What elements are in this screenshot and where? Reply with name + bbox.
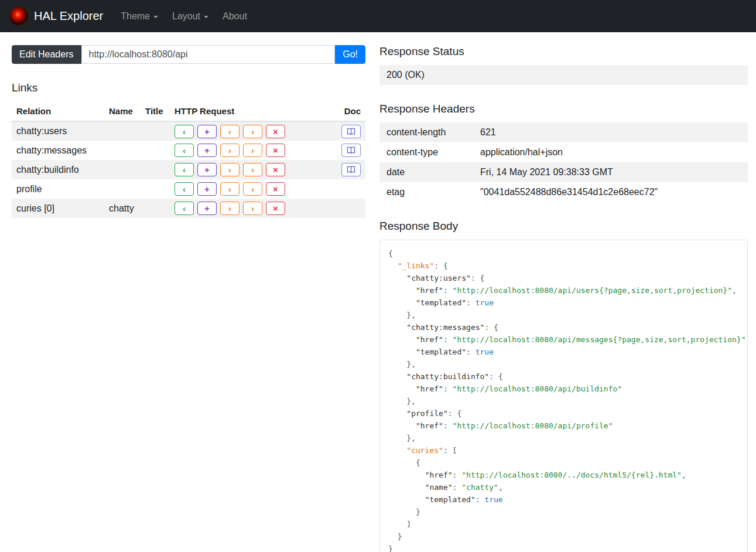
response-header-key: content-length bbox=[379, 122, 473, 142]
link-title bbox=[141, 160, 170, 179]
nav-item-theme[interactable]: Theme bbox=[114, 6, 165, 26]
navbar: HAL Explorer Theme Layout About bbox=[0, 0, 756, 32]
put-request-button[interactable]: › bbox=[220, 144, 240, 157]
patch-request-button[interactable]: › bbox=[243, 125, 262, 138]
response-status-value: 200 (OK) bbox=[379, 65, 748, 85]
link-doc bbox=[337, 141, 365, 160]
get-request-button[interactable]: ‹ bbox=[175, 182, 194, 196]
link-name bbox=[104, 160, 141, 179]
delete-request-button[interactable]: × bbox=[266, 125, 285, 138]
link-relation: curies [0] bbox=[12, 199, 104, 218]
response-header-key: date bbox=[379, 162, 473, 182]
book-icon bbox=[347, 146, 355, 154]
link-request-buttons: ‹+››× bbox=[170, 179, 337, 199]
post-request-button[interactable]: + bbox=[197, 125, 217, 138]
link-row: chatty:messages‹+››× bbox=[12, 141, 365, 160]
go-button[interactable]: Go! bbox=[335, 45, 365, 64]
link-doc bbox=[337, 160, 365, 179]
link-row: curies [0]chatty‹+››× bbox=[12, 199, 365, 218]
column-name: Name bbox=[104, 101, 141, 121]
link-title bbox=[141, 141, 170, 160]
links-table-body: chatty:users‹+››×chatty:messages‹+››×cha… bbox=[12, 121, 365, 218]
post-request-button[interactable]: + bbox=[197, 144, 217, 157]
patch-request-button[interactable]: › bbox=[243, 163, 262, 176]
column-doc: Doc bbox=[337, 101, 365, 121]
doc-button[interactable] bbox=[341, 125, 361, 138]
nav-item-layout[interactable]: Layout bbox=[165, 6, 215, 26]
doc-button[interactable] bbox=[341, 144, 361, 157]
post-request-button[interactable]: + bbox=[197, 202, 217, 215]
link-request-buttons: ‹+››× bbox=[170, 160, 337, 179]
nav-item-about[interactable]: About bbox=[215, 6, 254, 26]
get-request-button[interactable]: ‹ bbox=[175, 144, 194, 157]
link-relation: chatty:users bbox=[12, 121, 104, 141]
link-doc bbox=[337, 199, 365, 218]
links-table-header: Relation Name Title HTTP Request Doc bbox=[12, 101, 365, 121]
links-title: Links bbox=[12, 81, 365, 94]
response-header-value: "0041da552488d86e31454d1c2e68eec72" bbox=[473, 182, 748, 202]
post-request-button[interactable]: + bbox=[197, 163, 217, 176]
link-title bbox=[141, 179, 170, 199]
link-title bbox=[141, 199, 170, 218]
book-icon bbox=[347, 166, 355, 173]
chevron-down-icon bbox=[204, 16, 208, 18]
delete-request-button[interactable]: × bbox=[266, 144, 285, 157]
column-http-request: HTTP Request bbox=[170, 101, 337, 121]
response-body-box: { "_links": { "chatty:users": { "href": … bbox=[379, 240, 748, 552]
link-title bbox=[141, 121, 170, 141]
response-headers-table: content-length621content-typeapplication… bbox=[379, 122, 748, 202]
book-icon bbox=[347, 128, 355, 135]
link-relation: chatty:messages bbox=[12, 141, 104, 160]
get-request-button[interactable]: ‹ bbox=[175, 163, 194, 176]
put-request-button[interactable]: › bbox=[220, 182, 240, 196]
link-row: chatty:users‹+››× bbox=[12, 121, 365, 141]
link-doc bbox=[337, 121, 365, 141]
delete-request-button[interactable]: × bbox=[266, 202, 285, 215]
response-headers-body: content-length621content-typeapplication… bbox=[379, 122, 748, 202]
response-header-value: application/hal+json bbox=[473, 142, 748, 162]
put-request-button[interactable]: › bbox=[220, 163, 240, 176]
link-name bbox=[104, 141, 141, 160]
hal-eye-icon bbox=[9, 7, 28, 26]
link-request-buttons: ‹+››× bbox=[170, 199, 337, 218]
nav-item-theme-label: Theme bbox=[121, 11, 150, 22]
get-request-button[interactable]: ‹ bbox=[175, 125, 194, 138]
column-title: Title bbox=[141, 101, 170, 121]
request-input-group: Edit Headers Go! bbox=[12, 45, 365, 64]
put-request-button[interactable]: › bbox=[220, 202, 240, 215]
url-input[interactable] bbox=[81, 45, 336, 64]
response-panel: Response Status 200 (OK) Response Header… bbox=[379, 45, 748, 552]
delete-request-button[interactable]: × bbox=[266, 182, 285, 196]
response-header-row: content-typeapplication/hal+json bbox=[379, 142, 748, 162]
links-table: Relation Name Title HTTP Request Doc cha… bbox=[12, 101, 365, 218]
link-name bbox=[104, 179, 141, 199]
brand[interactable]: HAL Explorer bbox=[9, 7, 103, 26]
response-header-key: content-type bbox=[379, 142, 473, 162]
response-header-row: dateFri, 14 May 2021 09:38:33 GMT bbox=[379, 162, 748, 182]
put-request-button[interactable]: › bbox=[220, 125, 240, 138]
nav-item-layout-label: Layout bbox=[172, 11, 200, 22]
response-header-row: etag"0041da552488d86e31454d1c2e68eec72" bbox=[379, 182, 748, 202]
column-relation: Relation bbox=[12, 101, 104, 121]
response-body-code: { "_links": { "chatty:users": { "href": … bbox=[388, 249, 748, 552]
page-content: Edit Headers Go! Links Relation Name Tit… bbox=[0, 32, 756, 552]
patch-request-button[interactable]: › bbox=[243, 144, 262, 157]
patch-request-button[interactable]: › bbox=[243, 182, 262, 196]
link-relation: chatty:buildinfo bbox=[12, 160, 104, 179]
request-panel: Edit Headers Go! Links Relation Name Tit… bbox=[12, 45, 365, 218]
chevron-down-icon bbox=[153, 16, 158, 18]
link-row: chatty:buildinfo‹+››× bbox=[12, 160, 365, 179]
link-name bbox=[104, 121, 141, 141]
nav-item-about-label: About bbox=[223, 11, 247, 22]
response-header-row: content-length621 bbox=[379, 122, 748, 142]
link-name: chatty bbox=[104, 199, 141, 218]
get-request-button[interactable]: ‹ bbox=[175, 202, 194, 215]
post-request-button[interactable]: + bbox=[197, 182, 217, 196]
doc-button[interactable] bbox=[341, 163, 361, 176]
link-relation: profile bbox=[12, 179, 104, 199]
patch-request-button[interactable]: › bbox=[243, 202, 262, 215]
brand-label: HAL Explorer bbox=[34, 9, 103, 23]
delete-request-button[interactable]: × bbox=[266, 163, 285, 176]
link-request-buttons: ‹+››× bbox=[170, 121, 337, 141]
edit-headers-button[interactable]: Edit Headers bbox=[12, 45, 81, 64]
